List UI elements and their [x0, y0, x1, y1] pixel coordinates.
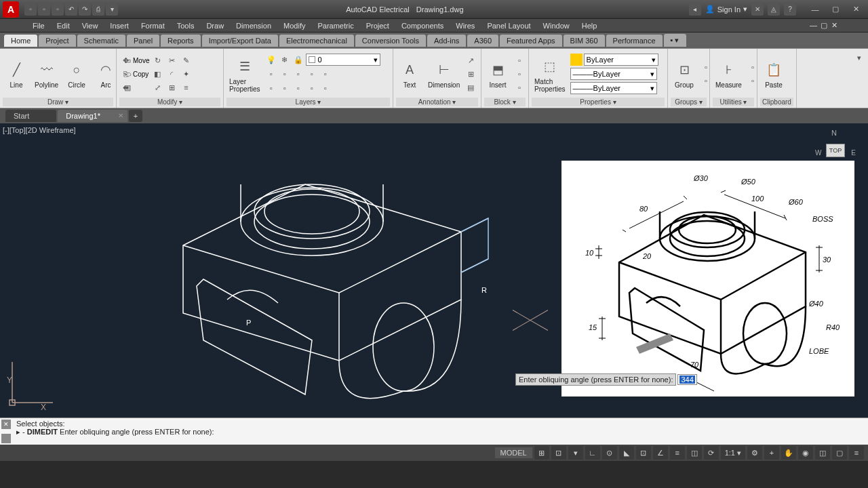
- stretch-tool[interactable]: ⬌: [119, 81, 132, 94]
- dimension-tool[interactable]: ⊢Dimension: [425, 58, 462, 90]
- model-space-button[interactable]: MODEL: [495, 447, 532, 458]
- autodesk-icon[interactable]: ◬: [768, 3, 780, 16]
- tab-add-button[interactable]: +: [129, 110, 142, 122]
- ribbon-tab-add-ins[interactable]: Add-ins: [427, 35, 466, 47]
- ribbon-tab-conversion-tools[interactable]: Conversion Tools: [355, 35, 426, 47]
- qat-redo-icon[interactable]: ↷: [79, 3, 91, 16]
- cycling-toggle[interactable]: ⟳: [704, 446, 719, 460]
- ribbon-tab-a360[interactable]: A360: [467, 35, 498, 47]
- panel-title-draw[interactable]: Draw ▾: [3, 98, 113, 106]
- panel-title-groups[interactable]: Groups ▾: [671, 98, 707, 106]
- lineweight-selector[interactable]: ——— ByLayer▾: [570, 68, 657, 80]
- ribbon-tab-electromechanical[interactable]: Electromechanical: [279, 35, 354, 47]
- copy-tool[interactable]: Copy: [133, 70, 149, 78]
- cmd-close-icon[interactable]: ✕: [1, 420, 11, 429]
- layer-freeze-icon[interactable]: ❄: [279, 54, 291, 66]
- menu-project[interactable]: Project: [361, 20, 395, 31]
- close-button[interactable]: ✕: [846, 3, 865, 16]
- hardware-accel-toggle[interactable]: ◉: [798, 446, 813, 460]
- ribbon-tab-project[interactable]: Project: [39, 35, 75, 47]
- minimize-button[interactable]: —: [806, 3, 825, 16]
- doc-restore-button[interactable]: ▢: [821, 21, 830, 30]
- doc-minimize-button[interactable]: —: [810, 21, 819, 30]
- offset-tool[interactable]: ≡: [180, 81, 192, 94]
- viewcube-top-face[interactable]: TOP: [826, 144, 845, 157]
- menu-help[interactable]: Help: [576, 20, 603, 31]
- match-properties-tool[interactable]: ⬚Match Properties: [532, 54, 568, 94]
- snap-toggle[interactable]: ⊡: [551, 446, 566, 460]
- search-icon[interactable]: ◂: [689, 3, 701, 16]
- ribbon-tab-home[interactable]: Home: [4, 35, 37, 47]
- erase-tool[interactable]: ✎: [180, 54, 192, 66]
- cmd-handle-icon[interactable]: [1, 434, 11, 443]
- tab-close-icon[interactable]: ✕: [118, 112, 123, 119]
- workspace-toggle[interactable]: +: [764, 446, 779, 460]
- menu-draw[interactable]: Draw: [201, 20, 229, 31]
- leader-tool[interactable]: ↗: [465, 54, 477, 66]
- ribbon-tab-featured-apps[interactable]: Featured Apps: [500, 35, 562, 47]
- menu-dimension[interactable]: Dimension: [231, 20, 277, 31]
- scale-tool[interactable]: ⤢: [151, 81, 163, 94]
- app-icon[interactable]: A: [3, 1, 19, 18]
- maximize-button[interactable]: ▢: [826, 3, 845, 16]
- mirror-tool[interactable]: ◧: [151, 68, 163, 80]
- layer-properties-button[interactable]: ☰Layer Properties: [226, 54, 263, 94]
- layer-tool-10[interactable]: ▫: [319, 82, 332, 94]
- line-tool[interactable]: ╱Line: [3, 58, 30, 90]
- menu-parametric[interactable]: Parametric: [312, 20, 359, 31]
- qat-open-icon[interactable]: ▫: [38, 3, 50, 16]
- tab-start[interactable]: Start: [5, 110, 56, 122]
- tab-drawing1[interactable]: Drawing1*✕: [58, 110, 127, 122]
- ribbon-tab-import-export-data[interactable]: Import/Export Data: [202, 35, 278, 47]
- qat-print-icon[interactable]: ⎙: [92, 3, 104, 16]
- help-icon[interactable]: ?: [784, 3, 796, 16]
- layer-tool-1[interactable]: ▫: [265, 68, 277, 80]
- menu-format[interactable]: Format: [136, 20, 170, 31]
- fillet-tool[interactable]: ◜: [165, 68, 178, 80]
- otrack-toggle[interactable]: ∠: [653, 446, 668, 460]
- customize-status[interactable]: ≡: [849, 446, 864, 460]
- menu-wires[interactable]: Wires: [450, 20, 480, 31]
- trim-tool[interactable]: ✂: [165, 54, 178, 66]
- rotate-tool[interactable]: ↻: [151, 54, 163, 66]
- arc-tool[interactable]: ◠Arc: [92, 58, 119, 90]
- ribbon-tab-panel[interactable]: Panel: [127, 35, 159, 47]
- snap-menu[interactable]: ▾: [568, 446, 583, 460]
- block-create-tool[interactable]: ▫: [513, 54, 526, 66]
- exchange-icon[interactable]: ✕: [751, 3, 764, 16]
- block-attr-tool[interactable]: ▫: [513, 81, 526, 94]
- panel-title-modify[interactable]: Modify ▾: [119, 98, 220, 106]
- polyline-tool[interactable]: 〰Polyline: [32, 58, 61, 90]
- annotation-scale[interactable]: 1:1 ▾: [721, 446, 745, 460]
- iso-toggle[interactable]: ◣: [619, 446, 634, 460]
- menu-file[interactable]: File: [27, 20, 50, 31]
- ribbon-tab-reports[interactable]: Reports: [161, 35, 201, 47]
- layer-tool-3[interactable]: ▫: [292, 68, 304, 80]
- measure-tool[interactable]: ⊦Measure: [713, 58, 745, 90]
- array-tool[interactable]: ⊞: [165, 81, 178, 94]
- layer-tool-8[interactable]: ▫: [292, 82, 304, 94]
- table-tool[interactable]: ⊞: [465, 68, 477, 80]
- layer-tool-7[interactable]: ▫: [279, 82, 291, 94]
- menu-insert[interactable]: Insert: [104, 20, 134, 31]
- qat-more-icon[interactable]: ▾: [106, 3, 118, 16]
- layer-tool-6[interactable]: ▫: [265, 82, 277, 94]
- command-window[interactable]: ✕ Select objects: ▸ - DIMEDIT DIMEDIT En…: [0, 418, 868, 445]
- group-tool[interactable]: ⊡Group: [671, 58, 698, 90]
- menu-window[interactable]: Window: [538, 20, 575, 31]
- menu-edit[interactable]: Edit: [52, 20, 75, 31]
- ribbon-tab-performance[interactable]: Performance: [606, 35, 663, 47]
- qat-new-icon[interactable]: ▫: [24, 3, 37, 16]
- ribbon-tab-bim-360[interactable]: BIM 360: [564, 35, 605, 47]
- mtext-tool[interactable]: ▤: [465, 81, 477, 94]
- dynamic-input[interactable]: 344: [677, 374, 696, 385]
- isolate-toggle[interactable]: ◫: [815, 446, 830, 460]
- paste-tool[interactable]: 📋Paste: [760, 58, 787, 90]
- viewport-label[interactable]: [-][Top][2D Wireframe]: [3, 126, 76, 134]
- layer-tool-5[interactable]: ▫: [319, 68, 332, 80]
- clean-screen-toggle[interactable]: ▢: [832, 446, 847, 460]
- layer-selector[interactable]: 0▾: [306, 54, 380, 66]
- move-icon[interactable]: ✥: [119, 54, 132, 66]
- circle-tool[interactable]: ○Circle: [63, 58, 90, 90]
- ribbon-tab-extra[interactable]: ▪ ▾: [664, 34, 686, 47]
